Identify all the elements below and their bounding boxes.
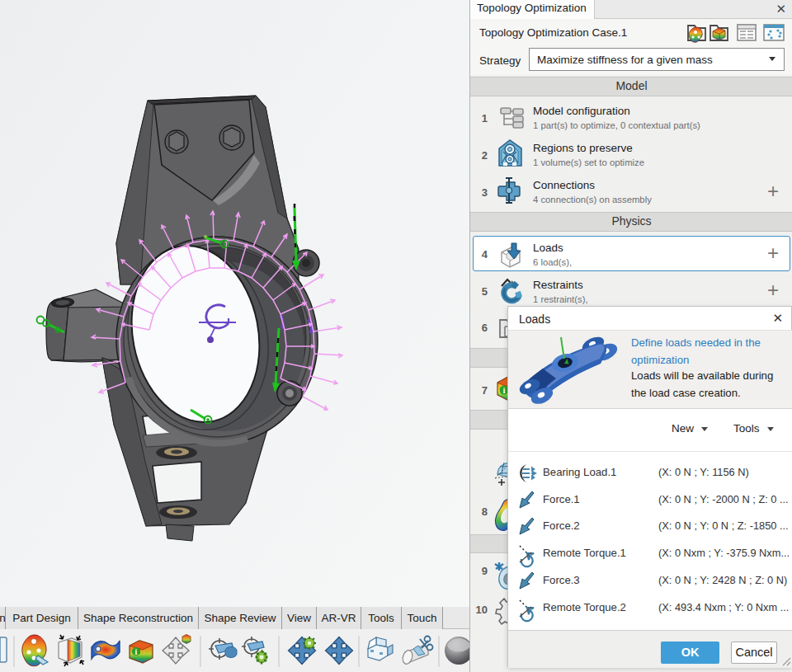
svg-text:i: i (135, 647, 138, 656)
svg-text:i: i (502, 385, 505, 395)
